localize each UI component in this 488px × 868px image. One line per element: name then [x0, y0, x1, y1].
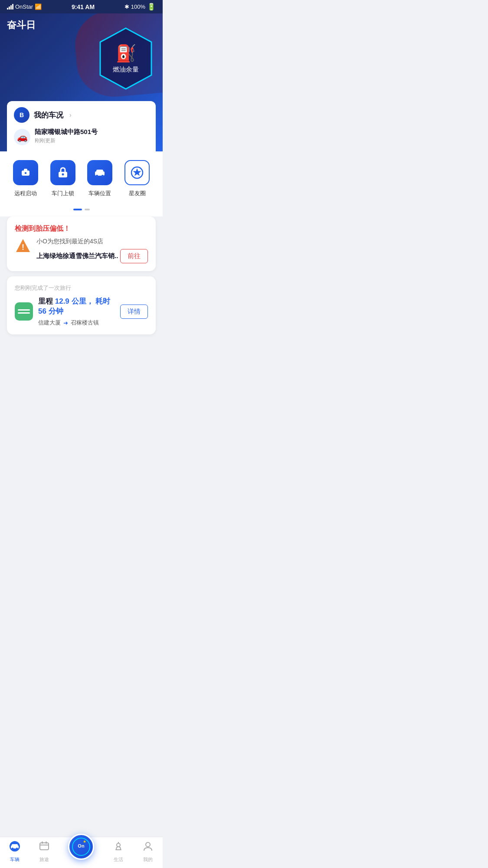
hero-section: 奋斗日 ⛽ 燃油余量 B 我的车况 › 🚗 陆家嘴银城中路501号 刚刚更新	[0, 13, 163, 151]
svg-text:!: !	[22, 243, 24, 252]
svg-marker-11	[133, 168, 141, 176]
fuel-badge[interactable]: ⛽ 燃油余量	[98, 26, 154, 91]
car-location-icon: 🚗	[17, 132, 28, 142]
dot-active	[73, 209, 82, 210]
trip-info: 里程 12.9 公里， 耗时 56 分钟 信建大厦 ➜ 召稼楼古镇	[38, 296, 115, 327]
warning-icon: !	[15, 238, 31, 254]
svg-rect-8	[96, 175, 98, 177]
car-status-card: B 我的车况 › 🚗 陆家嘴银城中路501号 刚刚更新	[7, 101, 156, 151]
door-lock-icon-wrap	[50, 160, 75, 185]
chevron-right-icon: ›	[69, 111, 72, 118]
svg-rect-9	[102, 175, 104, 177]
location-row: 🚗 陆家嘴银城中路501号 刚刚更新	[14, 128, 149, 145]
cards-section: 检测到胎压偏低！ ! 小O为您找到最近的4S店 上海绿地徐通雪佛兰汽车销.. 前…	[0, 216, 163, 334]
location-icon-wrap: 🚗	[14, 129, 30, 145]
svg-rect-2	[24, 169, 27, 171]
alert-shop-row: 上海绿地徐通雪佛兰汽车销.. 前往	[36, 249, 148, 263]
alert-goto-button[interactable]: 前往	[120, 249, 148, 263]
svg-rect-7	[96, 170, 103, 173]
car-position-label: 车辆位置	[88, 190, 111, 197]
trip-from: 信建大厦	[38, 319, 61, 327]
action-car-position[interactable]: 车辆位置	[87, 160, 112, 197]
carrier-label: OnStar	[15, 3, 33, 10]
svg-point-5	[62, 174, 64, 176]
quick-actions-section: 远程启动 车门上锁 车辆位置	[0, 151, 163, 204]
status-right: ✱ 100% 🔋	[124, 3, 156, 11]
svg-rect-15	[18, 312, 30, 314]
arrow-right-icon: ➜	[63, 320, 68, 326]
car-status-title: 我的车况	[34, 110, 63, 120]
trip-subtitle: 您刚刚完成了一次旅行	[15, 284, 148, 292]
trip-stats: 里程 12.9 公里， 耗时 56 分钟	[38, 296, 115, 316]
trip-to: 召稼楼古镇	[71, 319, 99, 327]
door-lock-label: 车门上锁	[52, 190, 74, 197]
trip-distance-unit: 公里，	[72, 297, 94, 305]
alert-body: ! 小O为您找到最近的4S店 上海绿地徐通雪佛兰汽车销.. 前往	[15, 238, 148, 263]
alert-shop-name: 上海绿地徐通雪佛兰汽车销..	[36, 252, 118, 260]
star-circle-icon-wrap	[124, 160, 150, 185]
battery-label: 100%	[131, 3, 145, 10]
star-circle-label: 星友圈	[129, 190, 146, 197]
trip-card: 您刚刚完成了一次旅行 里程 12.9 公里， 耗时 56 分钟 信建大厦	[7, 276, 156, 334]
trip-duration-unit: 分钟	[49, 307, 63, 315]
action-star-circle[interactable]: 星友圈	[124, 160, 150, 197]
fuel-label: 燃油余量	[113, 66, 139, 74]
svg-rect-3	[25, 172, 26, 174]
page-dots	[0, 204, 163, 216]
signal-icon	[7, 4, 13, 10]
fuel-icon: ⛽	[116, 44, 136, 63]
trip-route: 信建大厦 ➜ 召稼楼古镇	[38, 319, 115, 327]
wifi-icon: 📶	[35, 3, 42, 10]
trip-icon	[15, 302, 33, 321]
location-text: 陆家嘴银城中路501号 刚刚更新	[35, 128, 98, 144]
trip-distance: 12.9	[55, 297, 69, 305]
alert-title: 检测到胎压偏低！	[15, 224, 148, 233]
action-remote-start[interactable]: 远程启动	[13, 160, 38, 197]
status-left: OnStar 📶	[7, 3, 42, 10]
remote-start-label: 远程启动	[14, 190, 37, 197]
bluetooth-icon: ✱	[124, 3, 129, 10]
location-address: 陆家嘴银城中路501号	[35, 128, 98, 136]
trip-detail-button[interactable]: 详情	[120, 305, 148, 319]
car-position-icon-wrap	[87, 160, 112, 185]
trip-time-label: 耗时	[95, 297, 110, 305]
actions-grid: 远程启动 车门上锁 车辆位置	[7, 160, 156, 197]
dot-inactive	[85, 209, 90, 210]
trip-duration: 56	[38, 307, 46, 315]
car-status-header[interactable]: B 我的车况 ›	[14, 107, 149, 123]
hex-content: ⛽ 燃油余量	[113, 44, 139, 74]
alert-sub: 小O为您找到最近的4S店	[36, 238, 148, 246]
location-updated: 刚刚更新	[35, 137, 98, 144]
action-door-lock[interactable]: 车门上锁	[50, 160, 75, 197]
alert-content: 小O为您找到最近的4S店 上海绿地徐通雪佛兰汽车销.. 前往	[36, 238, 148, 263]
battery-icon: 🔋	[147, 3, 156, 11]
trip-body: 里程 12.9 公里， 耗时 56 分钟 信建大厦 ➜ 召稼楼古镇 详情	[15, 296, 148, 327]
svg-rect-14	[18, 309, 30, 311]
remote-start-icon	[13, 160, 38, 185]
status-time: 9:41 AM	[72, 3, 95, 10]
buick-logo: B	[14, 107, 29, 123]
alert-card: 检测到胎压偏低！ ! 小O为您找到最近的4S店 上海绿地徐通雪佛兰汽车销.. 前…	[7, 216, 156, 271]
status-bar: OnStar 📶 9:41 AM ✱ 100% 🔋	[0, 0, 163, 13]
